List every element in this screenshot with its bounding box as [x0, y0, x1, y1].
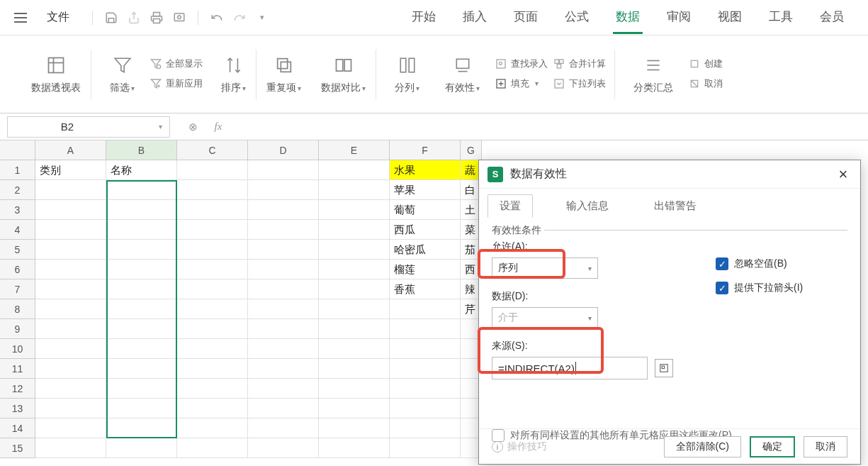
- cell[interactable]: 葡萄: [390, 200, 461, 220]
- cell[interactable]: [35, 240, 106, 260]
- cell[interactable]: 苹果: [390, 180, 461, 200]
- cell[interactable]: [35, 319, 106, 339]
- cell[interactable]: [319, 160, 390, 180]
- tips-link[interactable]: i 操作技巧: [492, 440, 547, 453]
- cell[interactable]: [248, 260, 319, 279]
- split-column-button[interactable]: 分列: [385, 55, 429, 94]
- cell[interactable]: [390, 418, 461, 438]
- ungroup-button[interactable]: 取消: [689, 77, 723, 90]
- cell[interactable]: [177, 359, 248, 379]
- cell[interactable]: [319, 240, 390, 260]
- tab-start[interactable]: 开始: [409, 1, 439, 34]
- undo-icon[interactable]: [207, 8, 227, 28]
- select-all-corner[interactable]: [0, 140, 35, 160]
- cell[interactable]: [177, 200, 248, 220]
- cell[interactable]: [319, 180, 390, 200]
- col-header-B[interactable]: B: [106, 140, 177, 160]
- row-header[interactable]: 12: [0, 379, 35, 399]
- hamburger-icon[interactable]: [14, 9, 31, 26]
- cell[interactable]: [248, 240, 319, 260]
- cell[interactable]: [35, 359, 106, 379]
- cell[interactable]: [319, 339, 390, 359]
- cell[interactable]: [177, 240, 248, 260]
- cell[interactable]: [177, 299, 248, 319]
- row-header[interactable]: 8: [0, 299, 35, 319]
- cell[interactable]: [319, 260, 390, 279]
- cell[interactable]: [106, 180, 177, 200]
- pivot-button[interactable]: 数据透视表: [21, 55, 91, 94]
- tab-insert[interactable]: 插入: [460, 1, 490, 34]
- cell[interactable]: [35, 260, 106, 279]
- cell[interactable]: [106, 299, 177, 319]
- cell[interactable]: [319, 220, 390, 240]
- cell[interactable]: [319, 379, 390, 399]
- print-preview-icon[interactable]: [169, 8, 189, 28]
- file-menu[interactable]: 文件: [40, 7, 77, 28]
- row-header[interactable]: 9: [0, 319, 35, 339]
- cell[interactable]: [106, 339, 177, 359]
- redo-icon[interactable]: [230, 8, 249, 28]
- row-header[interactable]: 13: [0, 399, 35, 418]
- cell[interactable]: [35, 279, 106, 299]
- tab-settings[interactable]: 设置: [487, 194, 533, 218]
- cell[interactable]: [35, 220, 106, 240]
- cell[interactable]: [106, 418, 177, 438]
- row-header[interactable]: 5: [0, 240, 35, 260]
- cell[interactable]: [177, 260, 248, 279]
- cell[interactable]: [390, 359, 461, 379]
- cell[interactable]: [177, 279, 248, 299]
- tab-data[interactable]: 数据: [613, 1, 643, 34]
- cell[interactable]: [248, 339, 319, 359]
- row-header[interactable]: 4: [0, 220, 35, 240]
- row-header[interactable]: 1: [0, 160, 35, 180]
- cell[interactable]: [248, 279, 319, 299]
- cell[interactable]: [390, 339, 461, 359]
- col-header-F[interactable]: F: [390, 140, 461, 160]
- cell[interactable]: [106, 279, 177, 299]
- cell[interactable]: [390, 299, 461, 319]
- share-icon[interactable]: [124, 8, 144, 28]
- cell[interactable]: [35, 200, 106, 220]
- cell[interactable]: [177, 339, 248, 359]
- cell[interactable]: [319, 399, 390, 418]
- col-header-E[interactable]: E: [319, 140, 390, 160]
- cell[interactable]: [177, 399, 248, 418]
- cell[interactable]: 名称: [106, 160, 177, 180]
- tab-review[interactable]: 审阅: [664, 1, 694, 34]
- cell[interactable]: [319, 200, 390, 220]
- cell[interactable]: [106, 359, 177, 379]
- cell[interactable]: [248, 200, 319, 220]
- tab-input-message[interactable]: 输入信息: [554, 194, 621, 218]
- cell[interactable]: [319, 438, 390, 458]
- validity-button[interactable]: 有效性: [435, 55, 490, 94]
- row-header[interactable]: 6: [0, 260, 35, 279]
- subtotal-button[interactable]: 分类汇总: [624, 55, 683, 94]
- col-header-C[interactable]: C: [177, 140, 248, 160]
- range-picker-icon[interactable]: [655, 359, 673, 377]
- cell[interactable]: [35, 438, 106, 458]
- fx-icon[interactable]: fx: [210, 118, 227, 135]
- formula-input[interactable]: [235, 116, 861, 138]
- cell[interactable]: [177, 438, 248, 458]
- cell[interactable]: [390, 379, 461, 399]
- cell[interactable]: [248, 220, 319, 240]
- cell[interactable]: [177, 379, 248, 399]
- compare-button[interactable]: 数据对比: [311, 55, 376, 94]
- close-icon[interactable]: ×: [835, 166, 852, 183]
- dialog-titlebar[interactable]: S 数据有效性 ×: [479, 160, 860, 189]
- tab-view[interactable]: 视图: [715, 1, 745, 34]
- row-header[interactable]: 11: [0, 359, 35, 379]
- cell[interactable]: [390, 399, 461, 418]
- cell[interactable]: [248, 299, 319, 319]
- cancel-button[interactable]: 取消: [804, 436, 847, 457]
- cell[interactable]: [319, 418, 390, 438]
- cell[interactable]: [106, 260, 177, 279]
- ignore-blank-checkbox[interactable]: ✓ 忽略空值(B): [716, 257, 803, 270]
- cell[interactable]: [319, 299, 390, 319]
- row-header[interactable]: 2: [0, 180, 35, 200]
- allow-select[interactable]: 序列 ▾: [492, 257, 598, 279]
- row-header[interactable]: 10: [0, 339, 35, 359]
- cell[interactable]: [177, 319, 248, 339]
- cell[interactable]: [248, 418, 319, 438]
- print-icon[interactable]: [147, 8, 167, 28]
